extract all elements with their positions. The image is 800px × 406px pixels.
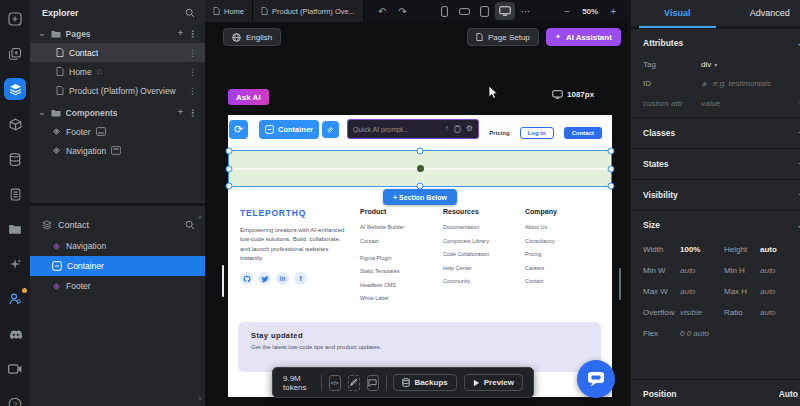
code-view-button[interactable]: </> xyxy=(329,375,341,391)
footer-link[interactable]: White Label xyxy=(360,295,440,301)
help-icon[interactable]: ? xyxy=(4,393,26,406)
tab-product-overview[interactable]: Product (Platform) Ove... xyxy=(253,0,364,22)
tab-visual[interactable]: Visual xyxy=(631,0,724,26)
width-value[interactable]: 100% xyxy=(680,245,724,254)
footer-link[interactable]: Pricing xyxy=(525,251,600,257)
ask-ai-button[interactable]: Ask AI xyxy=(228,89,269,105)
projects-folder-icon[interactable] xyxy=(4,218,26,240)
link-component-button[interactable] xyxy=(322,121,339,138)
scroll-down-icon[interactable]: ˅ xyxy=(198,395,202,402)
linkedin-icon[interactable]: in xyxy=(276,272,289,285)
position-section-header[interactable]: Position Auto ▾ xyxy=(631,379,800,406)
footer-link[interactable]: Contact xyxy=(360,238,440,244)
custom-attr-input[interactable] xyxy=(701,99,761,108)
footer-link[interactable]: Contact xyxy=(525,278,600,284)
tab-advanced[interactable]: Advanced xyxy=(724,0,800,26)
prompt-settings-icon[interactable]: ⚙ xyxy=(466,125,473,133)
community-icon[interactable] xyxy=(4,288,26,310)
comments-button[interactable] xyxy=(367,375,379,391)
undo-button[interactable]: ↶ xyxy=(372,0,392,22)
github-icon[interactable] xyxy=(240,272,253,285)
resize-handle-e[interactable] xyxy=(608,165,615,172)
language-button[interactable]: English xyxy=(223,28,281,46)
chat-widget-button[interactable] xyxy=(577,360,615,398)
tag-select[interactable]: div xyxy=(701,60,711,69)
search-icon[interactable] xyxy=(185,220,195,230)
discord-icon[interactable] xyxy=(4,323,26,345)
tree-item-navigation[interactable]: Navigation xyxy=(30,236,205,256)
css-icon[interactable] xyxy=(4,113,26,135)
page-item-home[interactable]: Home ⌂ ⋮ xyxy=(30,62,205,81)
site-logo[interactable]: TELEPORTHQ xyxy=(240,208,352,218)
ratio-value[interactable]: auto xyxy=(760,308,800,317)
size-section-header[interactable]: Size ⌄ xyxy=(631,210,800,237)
device-phone-landscape-button[interactable] xyxy=(455,0,475,22)
components-section-row[interactable]: ⌄ Components + ⋮ xyxy=(30,103,205,122)
position-value[interactable]: Auto xyxy=(779,389,798,399)
collapse-icon[interactable]: ⌄ xyxy=(796,220,800,230)
id-input[interactable] xyxy=(713,79,793,88)
visibility-section-header[interactable]: Visibility + xyxy=(631,179,800,210)
site-nav-link[interactable]: Pricing xyxy=(489,130,509,136)
scroll-up-icon[interactable]: ˄ xyxy=(198,214,202,221)
database-icon[interactable] xyxy=(4,148,26,170)
search-icon[interactable] xyxy=(185,8,195,18)
no-edit-button[interactable] xyxy=(348,375,360,391)
add-section-below-button[interactable]: + Section Below xyxy=(383,189,457,205)
drag-handle[interactable]: ⋮ xyxy=(251,125,256,134)
zoom-out-button[interactable]: − xyxy=(558,6,576,17)
max-height-value[interactable]: auto xyxy=(760,287,800,296)
pages-icon[interactable] xyxy=(4,43,26,65)
footer-link[interactable]: Component Library xyxy=(443,238,528,244)
page-menu-button[interactable]: ⋮ xyxy=(188,86,197,96)
device-phone-button[interactable] xyxy=(435,0,455,22)
pages-section-row[interactable]: ⌄ Pages + ⋮ xyxy=(30,24,205,43)
min-width-value[interactable]: auto xyxy=(680,266,724,275)
page-menu-button[interactable]: ⋮ xyxy=(188,67,197,77)
add-page-button[interactable]: + xyxy=(178,29,183,38)
resize-handle-n[interactable] xyxy=(417,148,424,155)
zoom-in-button[interactable]: + xyxy=(604,6,622,17)
site-login-button[interactable]: Log in xyxy=(520,127,554,139)
backups-button[interactable]: Backups xyxy=(393,374,456,391)
facebook-icon[interactable]: f xyxy=(294,272,307,285)
pages-menu-button[interactable]: ⋮ xyxy=(188,29,197,39)
height-value[interactable]: auto xyxy=(760,245,800,254)
website-preview[interactable]: Templates Pricing Log in Contact xyxy=(228,115,612,397)
resize-handle-ne[interactable] xyxy=(608,148,615,155)
component-item-footer[interactable]: Footer xyxy=(30,122,205,141)
redo-button[interactable]: ↷ xyxy=(392,0,412,22)
resize-handle-se[interactable] xyxy=(608,183,615,190)
classes-section-header[interactable]: Classes + xyxy=(631,117,800,148)
design-canvas[interactable]: English Page Setup ✦ AI Assistant Ask AI… xyxy=(205,22,628,406)
zoom-level[interactable]: 50% xyxy=(578,7,602,16)
component-item-navigation[interactable]: Navigation xyxy=(30,141,205,160)
sync-button[interactable]: ⟳ xyxy=(229,120,248,139)
layers-icon[interactable] xyxy=(4,78,26,100)
footer-link[interactable]: Figma Plugin xyxy=(360,255,440,261)
collapse-icon[interactable]: ⌄ xyxy=(796,38,800,48)
resize-handle-nw[interactable] xyxy=(226,148,233,155)
section-center-dot[interactable] xyxy=(417,165,424,172)
tab-home[interactable]: Home xyxy=(205,0,253,22)
device-desktop-button[interactable] xyxy=(495,2,515,20)
resize-handle-sw[interactable] xyxy=(226,183,233,190)
footer-link[interactable]: About Us xyxy=(525,224,600,230)
attributes-section-header[interactable]: Attributes ⌄ xyxy=(631,28,800,55)
footer-link[interactable]: Headless CMS xyxy=(360,282,440,288)
page-menu-button[interactable]: ⋮ xyxy=(188,48,197,58)
canvas-left-scrollbar[interactable] xyxy=(222,265,224,297)
selected-element-chip[interactable]: Container xyxy=(259,120,319,139)
page-item-product-overview[interactable]: Product (Platform) Overview ⋮ xyxy=(30,81,205,100)
footer-link[interactable]: Static Templates xyxy=(360,268,440,274)
cms-icon[interactable] xyxy=(4,183,26,205)
footer-link[interactable]: Consultancy xyxy=(525,238,600,244)
footer-link[interactable]: Community xyxy=(443,278,528,284)
footer-link[interactable]: AI Website Builder xyxy=(360,224,440,230)
tree-item-container[interactable]: Container xyxy=(30,256,205,276)
canvas-right-scrollbar[interactable] xyxy=(619,268,621,300)
overflow-value[interactable]: visible xyxy=(680,308,724,317)
twitter-icon[interactable] xyxy=(258,272,271,285)
ai-assistant-button[interactable]: ✦ AI Assistant xyxy=(546,28,621,46)
max-width-value[interactable]: auto xyxy=(680,287,724,296)
